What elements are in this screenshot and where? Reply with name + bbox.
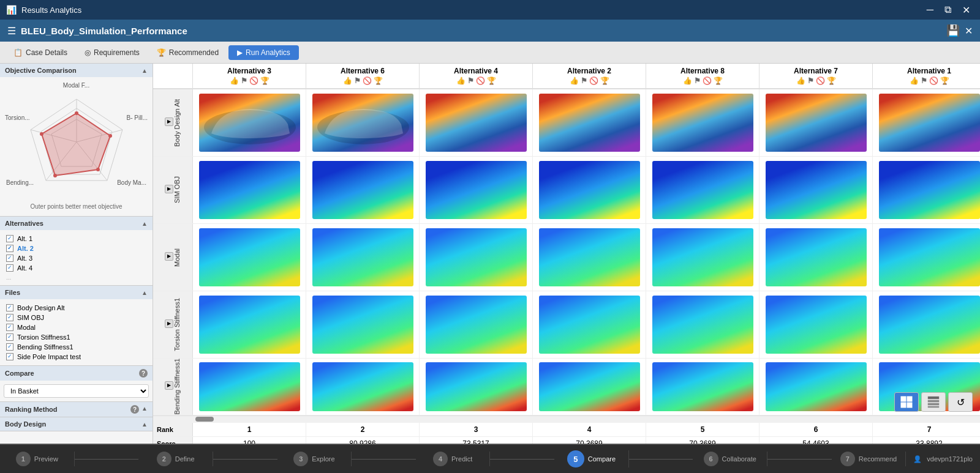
cell-torsion-alt6[interactable] <box>306 291 420 358</box>
cell-modal-alt2[interactable] <box>533 224 646 291</box>
sim-obj-play-btn[interactable]: ▶ <box>165 185 173 193</box>
cell-bending-alt4[interactable] <box>420 359 533 415</box>
alternatives-collapse[interactable]: ▲ <box>141 220 148 227</box>
alt8-ban-icon[interactable]: 🚫 <box>703 76 712 85</box>
maximize-button[interactable]: ⧉ <box>941 3 955 17</box>
table-view-btn[interactable] <box>921 392 946 412</box>
close-title-button[interactable]: ✕ <box>959 3 974 17</box>
alt2-flag-icon[interactable]: ⚑ <box>581 76 587 85</box>
alt7-ban-icon[interactable]: 🚫 <box>816 76 825 85</box>
cell-torsion-alt1[interactable] <box>873 291 980 358</box>
save-button[interactable]: 💾 <box>946 24 960 37</box>
files-collapse[interactable]: ▲ <box>141 289 148 296</box>
nav-step-predict[interactable]: 4 Predict <box>416 452 491 466</box>
nav-step-compare[interactable]: 5 Compare <box>554 450 629 467</box>
nav-step-collaborate[interactable]: 6 Collaborate <box>693 452 767 466</box>
cell-body-design-alt7[interactable] <box>760 89 873 156</box>
nav-step-preview[interactable]: 1 Preview <box>0 452 75 466</box>
cell-body-design-alt1[interactable] <box>873 89 980 156</box>
cell-sim-obj-alt8[interactable] <box>646 157 760 223</box>
alt-4-checkbox[interactable] <box>6 264 13 272</box>
alt8-flag-icon[interactable]: ⚑ <box>694 76 701 85</box>
scrollbar-thumb[interactable] <box>195 417 214 422</box>
cell-body-design-alt8[interactable] <box>646 89 760 156</box>
alt4-thumbsup-icon[interactable]: 👍 <box>456 76 466 85</box>
cell-torsion-alt2[interactable] <box>533 291 646 358</box>
cell-modal-alt6[interactable] <box>306 224 420 291</box>
cell-torsion-alt3[interactable] <box>193 291 306 358</box>
cell-modal-alt7[interactable] <box>760 224 873 291</box>
cell-modal-alt4[interactable] <box>420 224 533 291</box>
cell-bending-alt3[interactable] <box>193 359 306 415</box>
nav-step-define[interactable]: 2 Define <box>138 452 213 466</box>
alt7-thumbsup-icon[interactable]: 👍 <box>796 76 805 85</box>
alt3-trophy-icon[interactable]: 🏆 <box>260 76 270 85</box>
modal-play-btn[interactable]: ▶ <box>165 252 173 261</box>
alt6-ban-icon[interactable]: 🚫 <box>363 76 372 85</box>
objective-comparison-collapse[interactable]: ▲ <box>141 67 148 74</box>
alt-1-checkbox[interactable] <box>6 235 13 242</box>
thumbnail-view-btn[interactable] <box>894 392 919 412</box>
alt7-trophy-icon[interactable]: 🏆 <box>827 76 836 85</box>
body-design-checkbox[interactable] <box>6 304 13 311</box>
nav-step-recommend[interactable]: 7 Recommend <box>832 452 907 466</box>
close-app-button[interactable]: ✕ <box>965 24 973 37</box>
alt1-flag-icon[interactable]: ⚑ <box>921 76 927 85</box>
alt1-trophy-icon[interactable]: 🏆 <box>940 76 949 85</box>
body-design-collapse[interactable]: ▲ <box>141 421 148 428</box>
cell-bending-alt7[interactable] <box>760 359 873 415</box>
alt2-trophy-icon[interactable]: 🏆 <box>600 76 609 85</box>
ranking-collapse[interactable]: ▲ <box>141 405 148 414</box>
menu-icon[interactable]: ☰ <box>7 25 16 37</box>
tab-recommended[interactable]: 🏆 Recommended <box>149 45 226 60</box>
cell-sim-obj-alt2[interactable] <box>533 157 646 223</box>
alt3-ban-icon[interactable]: 🚫 <box>249 76 258 85</box>
alt1-thumbsup-icon[interactable]: 👍 <box>910 76 919 85</box>
side-pole-checkbox[interactable] <box>6 353 13 360</box>
bending-checkbox[interactable] <box>6 343 13 351</box>
cell-torsion-alt8[interactable] <box>646 291 760 358</box>
minimize-button[interactable]: ─ <box>923 3 937 17</box>
horizontal-scrollbar[interactable] <box>153 415 980 423</box>
cell-bending-alt8[interactable] <box>646 359 760 415</box>
cell-body-design-alt3[interactable] <box>193 89 306 156</box>
compare-dropdown[interactable]: In Basket All Selected <box>4 384 149 398</box>
tab-requirements[interactable]: ◎ Requirements <box>77 45 147 60</box>
content-area[interactable]: Alternative 3 👍 ⚑ 🚫 🏆 Alternative 6 👍 ⚑ … <box>153 64 980 444</box>
cell-body-design-alt4[interactable] <box>420 89 533 156</box>
alt4-ban-icon[interactable]: 🚫 <box>476 76 485 85</box>
alt7-flag-icon[interactable]: ⚑ <box>807 76 814 85</box>
nav-step-explore[interactable]: 3 Explore <box>277 452 352 466</box>
cell-body-design-alt2[interactable] <box>533 89 646 156</box>
cell-sim-obj-alt4[interactable] <box>420 157 533 223</box>
cell-body-design-alt6[interactable] <box>306 89 420 156</box>
alt4-trophy-icon[interactable]: 🏆 <box>487 76 496 85</box>
cell-sim-obj-alt6[interactable] <box>306 157 420 223</box>
cell-bending-alt2[interactable] <box>533 359 646 415</box>
alt3-flag-icon[interactable]: ⚑ <box>241 76 247 85</box>
alt1-ban-icon[interactable]: 🚫 <box>929 76 938 85</box>
modal-checkbox[interactable] <box>6 324 13 331</box>
tab-case-details[interactable]: 📋 Case Details <box>6 45 75 60</box>
cell-bending-alt6[interactable] <box>306 359 420 415</box>
cell-sim-obj-alt1[interactable] <box>873 157 980 223</box>
ranking-help-icon[interactable]: ? <box>130 405 139 414</box>
alt2-thumbsup-icon[interactable]: 👍 <box>570 76 579 85</box>
cell-modal-alt1[interactable] <box>873 224 980 291</box>
body-design-play-btn[interactable]: ▶ <box>165 117 173 126</box>
alt-3-checkbox[interactable] <box>6 255 13 262</box>
alt3-thumbsup-icon[interactable]: 👍 <box>230 76 239 85</box>
cell-sim-obj-alt3[interactable] <box>193 157 306 223</box>
cell-torsion-alt7[interactable] <box>760 291 873 358</box>
torsion-play-btn[interactable]: ▶ <box>165 319 173 328</box>
alt8-trophy-icon[interactable]: 🏆 <box>714 76 723 85</box>
alt2-ban-icon[interactable]: 🚫 <box>589 76 598 85</box>
alt-2-checkbox[interactable] <box>6 245 13 252</box>
cell-torsion-alt4[interactable] <box>420 291 533 358</box>
cell-modal-alt8[interactable] <box>646 224 760 291</box>
cell-modal-alt3[interactable] <box>193 224 306 291</box>
alt6-thumbsup-icon[interactable]: 👍 <box>343 76 352 85</box>
cell-sim-obj-alt7[interactable] <box>760 157 873 223</box>
alt4-flag-icon[interactable]: ⚑ <box>467 76 474 85</box>
bending-play-btn[interactable]: ▶ <box>165 381 173 390</box>
